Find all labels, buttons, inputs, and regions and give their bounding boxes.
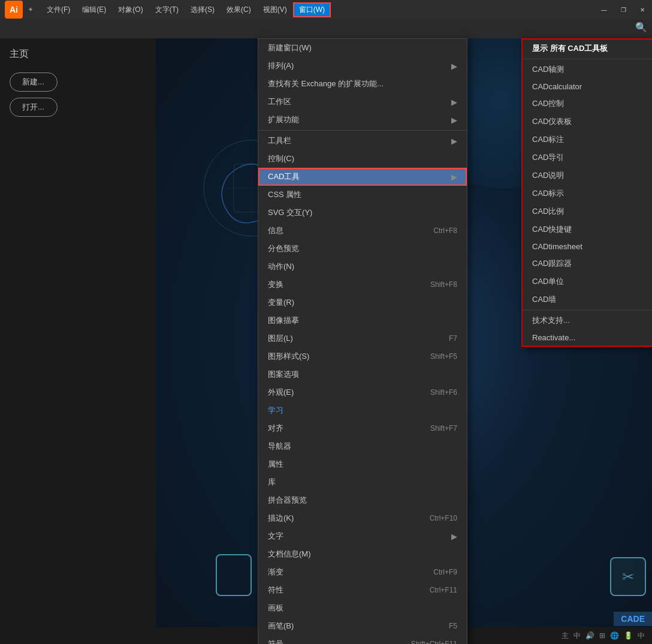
shortcut-14: Shift+F8	[430, 280, 457, 289]
dd-stroke[interactable]: 描边(K) Ctrl+F10	[258, 509, 467, 527]
sub-label-6: CAD标注	[532, 134, 564, 145]
sub-cad-annotation[interactable]: CAD标注	[523, 131, 652, 149]
dd-align[interactable]: 对齐 Shift+F7	[258, 419, 467, 437]
dd-label-12: 分色预览	[268, 243, 299, 254]
top-area: Ai ✦ 文件(F) 编辑(E) 对象(O) 文字(T) 选择(S) 效果(C)…	[0, 0, 652, 38]
shortcut-11: Ctrl+F8	[433, 226, 457, 235]
dd-label-15: 变量(R)	[268, 297, 294, 308]
sub-cad-wall[interactable]: CAD墙	[523, 291, 652, 309]
cad-tools-submenu: 显示 所有 CAD工具板 CAD轴测 CADcalculator CAD控制 C…	[521, 38, 652, 347]
status-icon-battery: 🔋	[624, 631, 633, 640]
shortcut-27: Ctrl+F10	[430, 514, 457, 522]
dd-graphic-styles[interactable]: 图形样式(S) Shift+F5	[258, 347, 467, 365]
dd-color-preview[interactable]: 分色预览	[258, 240, 467, 258]
dd-type[interactable]: 文字 ▶	[258, 527, 467, 545]
dd-gradient[interactable]: 渐变 Ctrl+F9	[258, 563, 467, 581]
menu-text[interactable]: 文字(T)	[149, 2, 185, 17]
menu-effect[interactable]: 效果(C)	[221, 2, 257, 17]
dd-label-34: 符号	[268, 639, 283, 644]
sub-label-2: CAD轴测	[532, 64, 564, 75]
dd-new-window[interactable]: 新建窗口(W)	[258, 39, 467, 57]
open-button[interactable]: 打开...	[10, 98, 58, 117]
dd-label-33: 画笔(B)	[268, 621, 294, 631]
dd-arrange[interactable]: 排列(A) ▶	[258, 57, 467, 75]
sub-cad-dashboard[interactable]: CAD仪表板	[523, 113, 652, 131]
dd-appearance[interactable]: 外观(E) Shift+F6	[258, 383, 467, 401]
dd-actions[interactable]: 动作(N)	[258, 258, 467, 276]
dd-properties[interactable]: 属性	[258, 455, 467, 473]
status-icon-home[interactable]: 主	[562, 631, 569, 641]
dd-workspace[interactable]: 工作区 ▶	[258, 93, 467, 111]
sub-label-13: CAD跟踪器	[532, 258, 572, 269]
sub-cad-description[interactable]: CAD说明	[523, 167, 652, 185]
sub-tech-support[interactable]: 技术支持...	[523, 312, 652, 329]
right-icon-box[interactable]: ✂	[610, 557, 646, 596]
dd-doc-info[interactable]: 文档信息(M)	[258, 545, 467, 563]
sub-cad-control[interactable]: CAD控制	[523, 95, 652, 113]
dd-library[interactable]: 库	[258, 473, 467, 491]
dd-label-29: 文档信息(M)	[268, 549, 311, 560]
dd-symbol[interactable]: 符号 Shift+Ctrl+F11	[258, 635, 467, 644]
sub-label-15: CAD墙	[532, 294, 556, 305]
dd-flattener[interactable]: 拼合器预览	[258, 491, 467, 509]
dd-label-31: 符性	[268, 585, 283, 595]
search-icon[interactable]: 🔍	[635, 22, 647, 32]
dd-label-19: 图案选项	[268, 369, 299, 380]
dd-css-attr[interactable]: CSS 属性	[258, 186, 467, 204]
dd-cad-tools[interactable]: CAD工具 ▶	[258, 168, 467, 186]
dd-svg-interact[interactable]: SVG 交互(Y)	[258, 204, 467, 222]
sub-cad-calculator[interactable]: CADcalculator	[523, 78, 652, 95]
sub-cad-unit[interactable]: CAD单位	[523, 273, 652, 291]
sub-cad-shortcut[interactable]: CAD快捷键	[523, 220, 652, 238]
sub-sep-1	[523, 59, 652, 59]
restore-button[interactable]: ❐	[614, 0, 633, 19]
menu-object[interactable]: 对象(O)	[112, 2, 149, 17]
menu-edit[interactable]: 编辑(E)	[76, 2, 112, 17]
sub-show-all-cad[interactable]: 显示 所有 CAD工具板	[523, 40, 652, 58]
dd-brush[interactable]: 画笔(B) F5	[258, 617, 467, 635]
close-button[interactable]: ✕	[633, 0, 652, 19]
dd-image-trace[interactable]: 图像描摹	[258, 312, 467, 329]
dd-label-32: 画板	[268, 603, 283, 613]
sub-cad-tracker[interactable]: CAD跟踪器	[523, 255, 652, 273]
dd-artboard[interactable]: 画板	[258, 599, 467, 617]
menu-window[interactable]: 窗口(W)	[293, 2, 331, 17]
shortcut-20: Shift+F6	[430, 388, 457, 397]
dd-layers[interactable]: 图层(L) F7	[258, 329, 467, 347]
dd-label-28: 文字	[268, 531, 283, 542]
menu-select[interactable]: 选择(S)	[185, 2, 221, 17]
dd-label-18: 图形样式(S)	[268, 351, 309, 362]
sub-label-12: CADtimesheet	[532, 242, 582, 251]
toolbar-row: 🔍	[0, 19, 652, 38]
sub-cad-axonometric[interactable]: CAD轴测	[523, 61, 652, 78]
sub-label-10: CAD比例	[532, 206, 564, 217]
dd-navigator[interactable]: 导航器	[258, 437, 467, 455]
minimize-button[interactable]: —	[594, 0, 614, 19]
sub-cad-scale[interactable]: CAD比例	[523, 202, 652, 220]
sub-cad-guide[interactable]: CAD导引	[523, 149, 652, 167]
dd-learn[interactable]: 学习	[258, 401, 467, 419]
dd-control[interactable]: 控制(C)	[258, 150, 467, 168]
sub-cad-timesheet[interactable]: CADtimesheet	[523, 238, 652, 255]
sub-label-4: CAD控制	[532, 98, 564, 109]
sub-cad-marker[interactable]: CAD标示	[523, 185, 652, 202]
dropdown-window-menu: 新建窗口(W) 排列(A) ▶ 查找有关 Exchange 的扩展功能... 工…	[258, 38, 467, 644]
dd-pattern-options[interactable]: 图案选项	[258, 365, 467, 383]
new-button[interactable]: 新建...	[10, 72, 58, 92]
menu-file[interactable]: 文件(F)	[41, 2, 76, 17]
dd-extensions[interactable]: 扩展功能 ▶	[258, 111, 467, 129]
dd-label-27: 描边(K)	[268, 513, 294, 524]
dd-exchange[interactable]: 查找有关 Exchange 的扩展功能...	[258, 75, 467, 93]
dd-label-0: 新建窗口(W)	[268, 43, 312, 53]
canvas-icon-1[interactable]	[216, 554, 252, 596]
sub-reactivate[interactable]: Reactivate...	[523, 329, 652, 346]
dd-label-1: 排列(A)	[268, 61, 294, 71]
dd-info[interactable]: 信息 Ctrl+F8	[258, 222, 467, 240]
dd-char-style[interactable]: 符性 Ctrl+F11	[258, 581, 467, 599]
dd-toolbar[interactable]: 工具栏 ▶	[258, 132, 467, 150]
menu-view[interactable]: 视图(V)	[257, 2, 293, 17]
dd-label-17: 图层(L)	[268, 333, 293, 344]
dd-transform[interactable]: 变换 Shift+F8	[258, 276, 467, 294]
sidebar: 主页 新建... 打开...	[0, 38, 156, 644]
dd-variables[interactable]: 变量(R)	[258, 294, 467, 312]
